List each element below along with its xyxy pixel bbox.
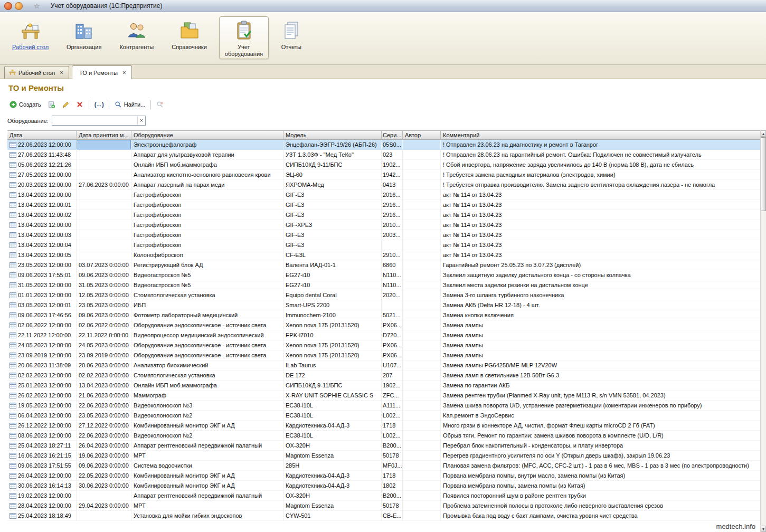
table-row[interactable]: 25.04.2023 18:18:49 Установка для мойки …	[7, 511, 760, 521]
scroll-up-icon[interactable]: ▲	[761, 130, 766, 137]
section-desktop[interactable]: Рабочий стол	[6, 16, 54, 53]
cell-date: 24.05.2023 12:00:00	[7, 340, 77, 350]
table-row[interactable]: 28.04.2023 12:00:00 29.04.2023 0:00:00 М…	[7, 501, 760, 511]
create-button[interactable]: Создать	[6, 99, 44, 110]
cell-comment: ! Сбой инвертора, напряжение заряда увел…	[441, 160, 760, 170]
table-row[interactable]: 08.06.2023 12:00:00 22.06.2023 0:00:00 В…	[7, 431, 760, 441]
table-row[interactable]: 19.02.2023 12:00:00 Аппарат рентгеновски…	[7, 491, 760, 501]
cell-author	[403, 320, 441, 330]
cell-comment: Замена лампы	[441, 340, 760, 350]
cell-equipment: Гастрофиброскоп	[131, 220, 283, 230]
table-row[interactable]: 20.03.2023 12:00:00 27.06.2023 0:00:00 А…	[7, 180, 760, 190]
cell-model: Smart-UPS 2200	[283, 300, 382, 310]
cell-comment: акт № 114 от 13.04.23	[441, 200, 760, 210]
cell-date: 23.05.2023 12:00:00	[7, 260, 77, 270]
cell-serial: 1942...	[382, 170, 403, 180]
table-row[interactable]: 25.01.2023 12:00:00 13.04.2023 0:00:00 О…	[7, 381, 760, 391]
cell-author	[403, 190, 441, 200]
table-row[interactable]: 26.12.2022 12:00:00 27.12.2022 0:00:00 К…	[7, 421, 760, 431]
record-icon	[10, 442, 16, 449]
column-header-author[interactable]: Автор	[403, 131, 441, 139]
table-row[interactable]: 01.01.2023 12:00:00 12.05.2023 0:00:00 С…	[7, 290, 760, 300]
table-row[interactable]: 13.04.2023 12:00:00 Гастрофиброскоп GIF-…	[7, 220, 760, 230]
service-icon[interactable]	[15, 2, 23, 10]
cell-accepted-date: 22.06.2023 0:00:00	[77, 401, 131, 411]
scrollbar-thumb[interactable]	[761, 137, 766, 211]
table-row[interactable]: 23.05.2023 12:00:00 03.07.2023 0:00:00 Р…	[7, 260, 760, 270]
table-row[interactable]: 26.04.2023 12:00:00 22.05.2023 0:00:00 К…	[7, 471, 760, 481]
column-header-date[interactable]: Дата	[7, 131, 77, 139]
column-header-equipment[interactable]: Оборудование	[131, 131, 283, 139]
table-row[interactable]: 16.06.2023 16:21:15 19.06.2023 0:00:00 М…	[7, 451, 760, 461]
cell-model: Валента ИАД-01-1	[283, 260, 382, 270]
table-row[interactable]: 24.05.2023 12:00:00 24.05.2023 0:00:00 О…	[7, 340, 760, 350]
table-row[interactable]: 09.06.2023 17:55:01 09.06.2023 0:00:00 В…	[7, 270, 760, 280]
column-header-accepted-date[interactable]: Дата принятия м...	[77, 131, 131, 139]
table-row[interactable]: 20.06.2023 11:38:09 20.06.2023 0:00:00 А…	[7, 360, 760, 370]
cell-accepted-date: 13.04.2023 0:00:00	[77, 381, 131, 391]
table-row[interactable]: 13.04.2023 12:00:04 Гастрофиброскоп GIF-…	[7, 240, 760, 250]
table-row[interactable]: 13.04.2023 12:00:03 Гастрофиброскоп GIF-…	[7, 230, 760, 240]
table-row[interactable]: 30.06.2023 16:14:13 30.06.2023 0:00:00 К…	[7, 481, 760, 491]
section-contractors[interactable]: Контрагенты	[114, 16, 159, 53]
table-row[interactable]: 19.05.2023 12:00:00 22.06.2023 0:00:00 В…	[7, 401, 760, 411]
cell-date: 23.09.2019 12:00:00	[7, 350, 77, 360]
section-organization[interactable]: Организация	[61, 16, 107, 53]
tab-close-icon[interactable]: ×	[59, 69, 64, 77]
cell-date: 28.04.2023 12:00:00	[7, 501, 77, 511]
cell-comment: Перебрал блок накопительный - конденсато…	[441, 441, 760, 451]
table-row[interactable]: 22.06.2023 12:00:00 Электроэнцефалограф …	[7, 140, 760, 150]
table-row[interactable]: 06.04.2023 12:00:00 23.05.2023 0:00:00 В…	[7, 411, 760, 421]
column-header-comment[interactable]: Комментарий	[441, 131, 760, 139]
cell-comment: Много грязи в коннекторе АД, чистил, фор…	[441, 421, 760, 431]
find-button[interactable]: Найти...	[111, 99, 149, 110]
delete-button[interactable]	[73, 99, 87, 110]
cell-model: GIF-E3	[283, 190, 382, 200]
column-header-serial[interactable]: Сери...	[382, 131, 403, 139]
vertical-scrollbar[interactable]: ▲ ▼	[760, 130, 766, 532]
section-equipment[interactable]: Учет оборудования	[219, 16, 269, 59]
cell-date: 13.04.2023 12:00:03	[7, 230, 77, 240]
edit-button[interactable]	[59, 99, 73, 111]
section-reports[interactable]: Отчеты	[275, 16, 308, 53]
table-row[interactable]: 13.04.2023 12:00:00 Гастрофиброскоп GIF-…	[7, 190, 760, 200]
table-row[interactable]: 22.11.2022 12:00:00 22.11.2022 0:00:00 В…	[7, 330, 760, 340]
cell-model: CYW-501	[283, 511, 382, 521]
table-row[interactable]: 13.04.2023 12:00:01 Гастрофиброскоп GIF-…	[7, 200, 760, 210]
cell-author	[403, 350, 441, 360]
cancel-search-button[interactable]	[153, 99, 167, 110]
table-row[interactable]: 09.06.2023 17:46:56 09.06.2023 0:00:00 Ф…	[7, 310, 760, 320]
equipment-filter-input[interactable]	[52, 116, 137, 125]
set-period-button[interactable]: (↔)	[91, 99, 107, 110]
table-row[interactable]: 02.06.2022 12:00:00 02.06.2022 0:00:00 О…	[7, 320, 760, 330]
clear-filter-icon[interactable]: ×	[137, 116, 145, 125]
tab-to-i-remonty[interactable]: ТО и Ремонты ×	[72, 65, 132, 79]
cell-author	[403, 200, 441, 210]
record-icon	[10, 382, 16, 389]
section-catalogs[interactable]: Справочники	[166, 16, 213, 53]
table-row[interactable]: 31.05.2023 12:00:00 31.05.2023 0:00:00 В…	[7, 280, 760, 290]
table-row[interactable]: 13.04.2023 12:00:02 Гастрофиброскоп GIF-…	[7, 210, 760, 220]
table-row[interactable]: 27.05.2023 12:00:00 Анализатор кислотно-…	[7, 170, 760, 180]
table-row[interactable]: 25.04.2023 18:27:11 26.04.2023 0:00:00 А…	[7, 441, 760, 451]
cell-equipment: Комбинированный монитор ЭКГ и АД	[131, 421, 283, 431]
table-row[interactable]: 27.06.2023 11:43:48 Аппарат для ультразв…	[7, 150, 760, 160]
column-header-model[interactable]: Модель	[283, 131, 382, 139]
table-row[interactable]: 02.02.2023 12:00:00 02.02.2023 0:00:00 С…	[7, 370, 760, 381]
cell-model: DE 172	[283, 370, 382, 381]
table-row[interactable]: 05.06.2023 12:21:26 Онлайн ИБП моб.маммо…	[7, 160, 760, 170]
table-row[interactable]: 03.05.2023 12:00:01 23.05.2023 0:00:00 И…	[7, 300, 760, 310]
table-row[interactable]: 23.09.2019 12:00:00 23.09.2019 0:00:00 О…	[7, 350, 760, 360]
table-row[interactable]: 13.04.2023 12:00:05 Колонофиброскоп CF-E…	[7, 250, 760, 260]
tab-close-icon[interactable]: ×	[121, 69, 127, 77]
record-icon	[10, 242, 16, 249]
app-menu-icon[interactable]	[4, 2, 12, 10]
cell-accepted-date: 22.05.2023 0:00:00	[77, 471, 131, 481]
table-row[interactable]: 09.06.2023 17:51:55 09.06.2023 0:00:00 С…	[7, 461, 760, 471]
cell-serial: 2020...	[382, 290, 403, 300]
tab-desktop[interactable]: Рабочий стол ×	[4, 66, 69, 79]
table-row[interactable]: 26.02.2023 12:00:00 21.06.2023 0:00:00 М…	[7, 391, 760, 401]
scroll-down-icon[interactable]: ▼	[761, 526, 766, 532]
copy-button[interactable]	[44, 99, 59, 111]
favorites-star-icon[interactable]: ☆	[34, 3, 40, 10]
